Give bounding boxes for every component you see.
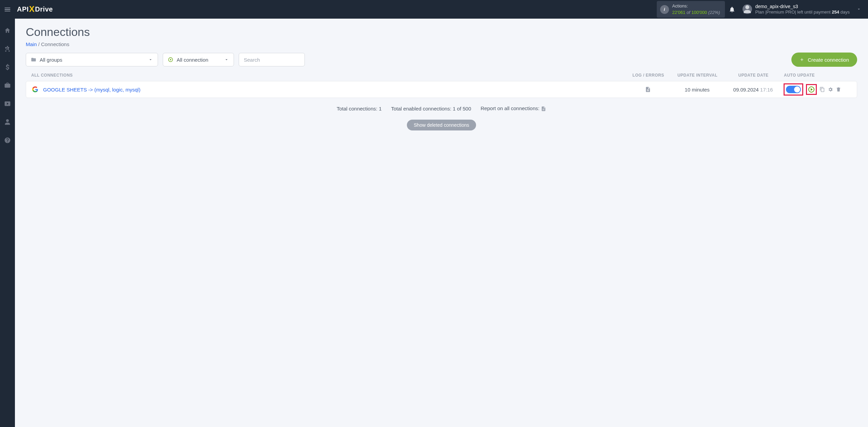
dollar-icon — [4, 64, 11, 70]
breadcrumb-main[interactable]: Main — [26, 41, 37, 47]
highlight-toggle — [784, 83, 803, 96]
plan-info: Plan |Premium PRO| left until payment 25… — [755, 9, 850, 15]
actions-used: 22'061 — [672, 10, 686, 15]
page-title: Connections — [26, 25, 857, 39]
create-label: Create connection — [808, 57, 849, 63]
auto-update-toggle[interactable] — [786, 86, 801, 93]
th-all: ALL CONNECTIONS — [31, 73, 625, 78]
connection-row: GOOGLE SHEETS -> (mysql, logic, mysql) 1… — [26, 81, 857, 98]
th-date: UPDATE DATE — [723, 73, 784, 78]
home-icon — [4, 27, 11, 34]
th-log: LOG / ERRORS — [625, 73, 672, 78]
menu-toggle[interactable] — [0, 0, 15, 19]
breadcrumb-current: Connections — [41, 41, 69, 47]
breadcrumb: Main / Connections — [26, 41, 857, 47]
actions-total: 100'000 — [691, 10, 707, 15]
question-icon — [4, 137, 11, 144]
youtube-icon — [4, 100, 11, 107]
report-button[interactable] — [541, 105, 546, 111]
total-enabled: Total enabled connections: 1 of 500 — [391, 106, 471, 111]
plus-icon — [800, 57, 804, 62]
sidebar-connections[interactable] — [0, 44, 15, 54]
connection-name-link[interactable]: GOOGLE SHEETS -> (mysql, logic, mysql) — [43, 87, 624, 93]
sidebar-account[interactable] — [0, 117, 15, 127]
log-button[interactable] — [645, 86, 651, 93]
total-connections: Total connections: 1 — [337, 106, 382, 111]
update-date: 09.09.2024 — [733, 87, 759, 93]
settings-button[interactable] — [828, 87, 833, 92]
copy-button[interactable] — [820, 87, 825, 92]
info-icon: i — [660, 5, 669, 14]
folder-icon — [31, 57, 36, 62]
briefcase-icon — [4, 82, 11, 89]
google-icon — [32, 86, 39, 93]
highlight-run — [806, 84, 817, 95]
status-dropdown[interactable]: All connection — [163, 53, 234, 66]
create-connection-button[interactable]: Create connection — [791, 53, 857, 67]
update-time: 17:16 — [760, 87, 773, 93]
sidebar — [0, 19, 15, 427]
sidebar-home[interactable] — [0, 25, 15, 36]
bell-icon — [729, 6, 735, 13]
logo-part1: API — [17, 5, 29, 13]
sidebar-billing[interactable] — [0, 62, 15, 72]
notifications-button[interactable] — [725, 6, 739, 13]
copy-icon — [820, 87, 825, 92]
groups-dropdown[interactable]: All groups — [26, 53, 158, 66]
gear-icon — [828, 87, 833, 92]
sidebar-tools[interactable] — [0, 80, 15, 90]
avatar-icon — [743, 4, 752, 14]
logo-part2: Drive — [35, 5, 53, 13]
run-now-button[interactable] — [808, 86, 814, 93]
sidebar-video[interactable] — [0, 99, 15, 109]
search-input[interactable] — [239, 53, 305, 66]
interval-value: 10 minutes — [672, 87, 723, 93]
logo-x: X — [29, 4, 35, 14]
hamburger-icon — [4, 6, 11, 13]
chevron-down-icon — [224, 57, 229, 62]
logo[interactable]: APIXDrive — [17, 5, 53, 14]
document-icon — [541, 106, 546, 111]
th-auto: AUTO UPDATE — [784, 73, 852, 78]
trash-icon — [836, 87, 841, 92]
show-deleted-button[interactable]: Show deleted connections — [407, 120, 476, 130]
actions-counter[interactable]: i Actions: 22'061 of 100'000 (22%) — [657, 1, 725, 17]
actions-of: of — [687, 10, 690, 15]
user-icon — [4, 119, 11, 125]
actions-pct: (22%) — [708, 10, 720, 15]
chevron-down-icon — [148, 57, 153, 62]
actions-label: Actions: — [672, 3, 720, 9]
delete-button[interactable] — [836, 87, 841, 92]
th-interval: UPDATE INTERVAL — [672, 73, 723, 78]
chevron-down-icon — [856, 7, 861, 12]
report-label: Report on all connections: — [481, 105, 539, 111]
groups-label: All groups — [40, 57, 62, 63]
sidebar-help[interactable] — [0, 135, 15, 145]
play-circle-icon — [168, 57, 173, 62]
sitemap-icon — [4, 45, 11, 52]
document-icon — [645, 86, 651, 93]
status-label: All connection — [177, 57, 208, 63]
user-menu[interactable]: demo_apix-drive_s3 Plan |Premium PRO| le… — [739, 3, 865, 15]
username: demo_apix-drive_s3 — [755, 3, 850, 9]
